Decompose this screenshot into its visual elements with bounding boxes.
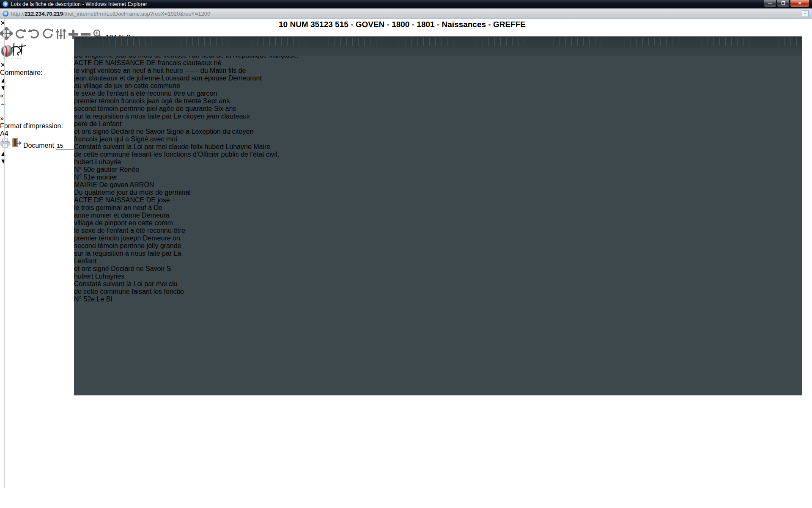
document-image-viewer[interactable]: N° 49e clauteaux francois ········ MAIRI… xyxy=(74,36,802,395)
manuscript-line: ACTE DE NAISSANCE DE jose xyxy=(74,196,802,204)
manuscript-line: pere de Lenfant xyxy=(74,120,802,128)
window-title: Lots de la fiche de description - Window… xyxy=(11,1,147,7)
address-bar[interactable]: e http://212.234.70.219/thot_internet/Fr… xyxy=(0,8,812,19)
manuscript-line: hubert Luhayrie xyxy=(74,158,802,166)
manuscript-line: au village de jux en cette commune xyxy=(74,82,802,90)
printer-icon[interactable] xyxy=(0,142,10,149)
manuscript-line: le sexe de l'enfant a été reconnu être u… xyxy=(74,90,802,97)
manuscript-line: Du quatrieme jour du mois de germinal xyxy=(74,189,802,196)
manuscript-line: francois jean qui a Signé avec moi xyxy=(74,135,802,143)
manuscript-line: Constaté suivant la Loi par moi claude f… xyxy=(74,143,802,151)
manuscript-line: second témoin perrinne jolly grande xyxy=(74,242,802,250)
book-page-edges xyxy=(85,59,107,395)
manuscript-line: MAIRIE De goven ARRON xyxy=(74,181,802,189)
manuscript-line: N° 51e monier xyxy=(74,174,802,181)
window-titlebar[interactable]: e Lots de la fiche de description - Wind… xyxy=(0,0,812,8)
manuscript-line: jean clauteaux et de julienne Loussard s… xyxy=(74,75,802,82)
manuscript-line: premier témoin joseph Demeure on xyxy=(74,235,802,242)
move-icon[interactable] xyxy=(0,34,13,41)
adjust-icon[interactable] xyxy=(56,34,66,41)
manuscript-line: sur la requisition à nous faite par Le c… xyxy=(74,113,802,120)
manuscript-line: ACTE DE NAISSANCE DE francois clauteaux … xyxy=(74,59,802,67)
reset-rotation-icon[interactable] xyxy=(42,34,54,41)
internet-explorer-icon: e xyxy=(3,1,8,7)
manuscript-line: Lenfant xyxy=(74,257,802,265)
minimize-button[interactable]: — xyxy=(764,0,776,7)
page-favicon-icon: e xyxy=(3,11,8,17)
print-format-label: Format d'impression: xyxy=(0,122,63,130)
manuscript-line: anne monier et danne Demeura xyxy=(74,212,802,219)
manuscript-line: de cette commune faisant les fonctions d… xyxy=(74,151,802,158)
manuscript-line: de cette commune faisant les fonctio xyxy=(74,288,802,295)
document-count-label: Document xyxy=(23,142,54,149)
close-button[interactable]: ✕ xyxy=(790,0,809,7)
exit-door-icon[interactable] xyxy=(12,142,21,149)
manuscript-line: second témoin perrinne piel agée de quar… xyxy=(74,105,802,113)
ruler-strip xyxy=(74,36,802,56)
manuscript-line: sur la requisition à nous faite par La xyxy=(74,250,802,257)
manuscript-line: village de pinpont en cette comm xyxy=(74,219,802,227)
left-page-text: N° 49e clauteaux francois ········ MAIRI… xyxy=(74,36,802,174)
manuscript-line: Constaté suivant la Loi par moi clu xyxy=(74,280,802,288)
restore-button[interactable]: ❐ xyxy=(777,0,790,7)
browser-content: 10 NUM 35123 515 - GOVEN - 1800 - 1801 -… xyxy=(0,19,812,488)
manuscript-line: le vingt ventose an neuf à huit heure ——… xyxy=(74,67,802,75)
rotate-right-icon[interactable] xyxy=(28,34,40,41)
manuscript-line: N° 50e gautier Renée xyxy=(74,166,802,174)
page-title: 10 NUM 35123 515 - GOVEN - 1800 - 1801 -… xyxy=(0,20,804,29)
manuscript-line: le trois germinal an neuf à De xyxy=(74,204,802,212)
svg-text:PRODITES: PRODITES xyxy=(3,57,22,59)
url-field[interactable]: http://212.234.70.219/thot_internet/FrmL… xyxy=(11,11,210,17)
manuscript-line: et ont signé Declaré ne Savoir Signé a L… xyxy=(74,128,802,135)
right-page-text: N° 51e monierMAIRIE De goven ARRONDu qua… xyxy=(74,174,802,303)
manuscript-line: le sexe de l'enfant a été reconnu être xyxy=(74,227,802,235)
screen: e Lots de la fiche de description - Wind… xyxy=(0,0,812,508)
page-action-icon[interactable]: ⌁ xyxy=(802,10,809,17)
manuscript-line: N° 52e Le Bl xyxy=(74,295,802,303)
manuscript-line: premier témoin francois jean agé de tren… xyxy=(74,97,802,105)
manuscript-line: et ont signé Declaré ne Savoir S xyxy=(74,265,802,273)
frame-border xyxy=(4,19,5,488)
rotate-left-icon[interactable] xyxy=(14,34,26,41)
manuscript-line: hubert Luhayries xyxy=(74,273,802,280)
